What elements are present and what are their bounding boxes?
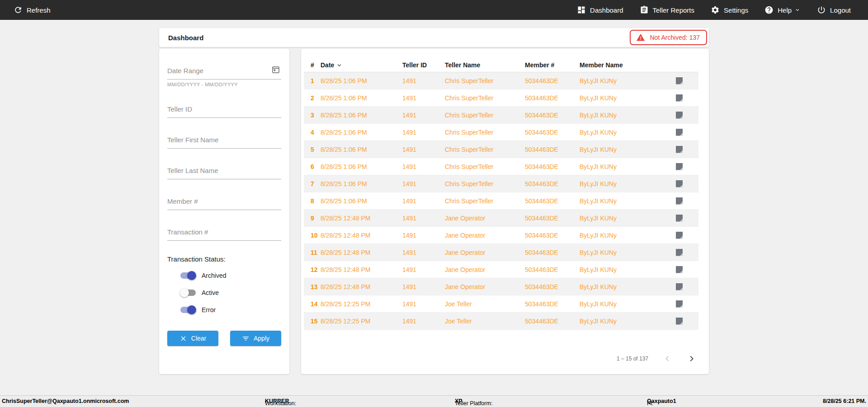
row-member-number: 5034463DE: [525, 318, 580, 325]
nav-teller-reports-label: Teller Reports: [653, 6, 695, 14]
row-member-number: 5034463DE: [525, 163, 580, 170]
row-member-name: ByLyJI KUNy: [580, 318, 668, 325]
row-teller-id: 1491: [402, 283, 445, 290]
table-row[interactable]: 9 8/28/25 12:48 PM 1491 Jane Operator 50…: [304, 210, 698, 227]
table-row[interactable]: 10 8/28/25 12:48 PM 1491 Jane Operator 5…: [304, 227, 698, 244]
table-row[interactable]: 8 8/28/25 1:06 PM 1491 Chris SuperTeller…: [304, 192, 698, 210]
help-icon: [764, 5, 774, 14]
next-page-button[interactable]: [686, 353, 697, 364]
table-row[interactable]: 12 8/28/25 12:48 PM 1491 Jane Operator 5…: [304, 261, 698, 278]
chevron-left-icon: [662, 353, 673, 364]
row-member-name: ByLyJI KUNy: [580, 197, 668, 205]
power-icon: [817, 5, 826, 14]
note-icon[interactable]: [676, 94, 683, 102]
nav-dashboard-label: Dashboard: [590, 6, 623, 14]
row-date: 8/28/25 12:25 PM: [321, 318, 402, 325]
teller-platform: Teller Platform: XP: [455, 398, 462, 404]
clear-button[interactable]: Clear: [167, 331, 218, 346]
teller-last-name-field: [167, 165, 281, 179]
row-teller-name: Joe Teller: [445, 318, 525, 325]
previous-page-button[interactable]: [662, 353, 673, 364]
note-icon[interactable]: [676, 249, 683, 256]
note-icon[interactable]: [676, 215, 683, 222]
refresh-icon: [14, 5, 23, 14]
row-teller-name: Chris SuperTeller: [445, 197, 525, 205]
table-row[interactable]: 13 8/28/25 12:48 PM 1491 Jane Operator 5…: [304, 278, 698, 295]
note-icon[interactable]: [676, 300, 683, 308]
transaction-number-field: [167, 226, 281, 241]
refresh-button[interactable]: Refresh: [14, 5, 51, 14]
note-icon[interactable]: [676, 266, 683, 273]
row-teller-name: Chris SuperTeller: [445, 94, 525, 102]
table-row[interactable]: 4 8/28/25 1:06 PM 1491 Chris SuperTeller…: [304, 124, 698, 141]
toggle-label-active: Active: [202, 289, 219, 296]
row-number: 14: [304, 300, 321, 308]
apply-button[interactable]: Apply: [230, 331, 281, 346]
row-number: 8: [304, 197, 321, 205]
member-number-field: [167, 196, 281, 210]
table-row[interactable]: 11 8/28/25 12:48 PM 1491 Jane Operator 5…: [304, 244, 698, 261]
calendar-icon[interactable]: [271, 65, 281, 75]
row-teller-id: 1491: [402, 249, 445, 256]
teller-first-name-input[interactable]: [167, 134, 281, 149]
col-teller-name[interactable]: Teller Name: [445, 61, 525, 69]
teller-last-name-input[interactable]: [167, 165, 281, 179]
status-toggle[interactable]: [180, 288, 196, 297]
row-teller-id: 1491: [402, 266, 445, 273]
note-icon[interactable]: [676, 232, 683, 239]
table-row[interactable]: 1 8/28/25 1:06 PM 1491 Chris SuperTeller…: [304, 72, 698, 89]
clear-label: Clear: [191, 335, 206, 342]
note-icon[interactable]: [676, 163, 683, 170]
note-icon[interactable]: [676, 318, 683, 325]
teller-id-input[interactable]: [167, 103, 281, 118]
date-range-input[interactable]: [167, 65, 281, 80]
row-member-number: 5034463DE: [525, 197, 580, 205]
note-icon[interactable]: [676, 129, 683, 136]
table-row[interactable]: 6 8/28/25 1:06 PM 1491 Chris SuperTeller…: [304, 158, 698, 175]
chevron-down-icon: [794, 7, 801, 13]
row-teller-id: 1491: [402, 215, 445, 222]
row-member-name: ByLyJI KUNy: [580, 266, 668, 273]
table-row[interactable]: 2 8/28/25 1:06 PM 1491 Chris SuperTeller…: [304, 89, 698, 107]
status-toggle[interactable]: [180, 271, 196, 280]
row-teller-id: 1491: [402, 232, 445, 239]
member-number-input[interactable]: [167, 196, 281, 210]
nav-help-label: Help: [778, 6, 792, 14]
nav-help[interactable]: Help: [764, 5, 801, 14]
table-row[interactable]: 7 8/28/25 1:06 PM 1491 Chris SuperTeller…: [304, 175, 698, 192]
nav-dashboard[interactable]: Dashboard: [577, 5, 623, 14]
filter-icon: [242, 335, 250, 342]
col-date[interactable]: Date: [321, 61, 402, 69]
sort-desc-icon: [336, 62, 343, 69]
row-number: 11: [304, 249, 321, 256]
table-row[interactable]: 3 8/28/25 1:06 PM 1491 Chris SuperTeller…: [304, 107, 698, 124]
note-icon[interactable]: [676, 283, 683, 290]
row-member-number: 5034463DE: [525, 283, 580, 290]
row-number: 12: [304, 266, 321, 273]
row-teller-id: 1491: [402, 163, 445, 170]
note-icon[interactable]: [676, 77, 683, 84]
status-toggle[interactable]: [180, 305, 196, 314]
dashboard-icon: [577, 5, 586, 14]
col-number[interactable]: #: [304, 61, 321, 69]
teller-id-field: [167, 103, 281, 118]
row-date: 8/28/25 12:48 PM: [321, 283, 402, 290]
note-icon[interactable]: [676, 146, 683, 153]
transaction-number-input[interactable]: [167, 226, 281, 241]
row-teller-id: 1491: [402, 146, 445, 153]
nav-logout[interactable]: Logout: [817, 5, 851, 14]
table-row[interactable]: 14 8/28/25 12:25 PM 1491 Joe Teller 5034…: [304, 295, 698, 313]
nav-teller-reports[interactable]: Teller Reports: [640, 5, 695, 14]
note-icon[interactable]: [676, 197, 683, 205]
col-teller-id[interactable]: Teller ID: [402, 61, 445, 69]
table-row[interactable]: 15 8/28/25 12:25 PM 1491 Joe Teller 5034…: [304, 313, 698, 330]
note-icon[interactable]: [676, 112, 683, 119]
nav-settings[interactable]: Settings: [711, 5, 748, 14]
not-archived-badge[interactable]: Not Archived: 137: [630, 30, 707, 45]
col-member-number[interactable]: Member #: [525, 61, 580, 69]
col-member-name[interactable]: Member Name: [580, 61, 668, 69]
row-date: 8/28/25 1:06 PM: [321, 180, 402, 187]
row-teller-name: Jane Operator: [445, 249, 525, 256]
table-row[interactable]: 5 8/28/25 1:06 PM 1491 Chris SuperTeller…: [304, 141, 698, 158]
note-icon[interactable]: [676, 180, 683, 187]
